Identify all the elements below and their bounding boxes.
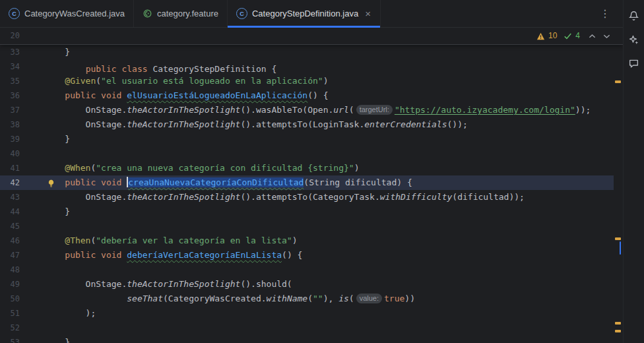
passed-count: 4 bbox=[575, 28, 580, 44]
selected-text: creaUnaNuevaCategoríaConDificultad bbox=[128, 177, 304, 187]
code-line[interactable]: 43 OnStage.theActorInTheSpotlight().atte… bbox=[0, 190, 614, 204]
line-number: 43 bbox=[0, 190, 20, 204]
java-class-icon: C bbox=[236, 8, 247, 19]
error-stripe-mark[interactable] bbox=[615, 322, 621, 325]
line-number: 50 bbox=[0, 292, 20, 306]
code-line[interactable]: 48 bbox=[0, 263, 614, 277]
code-token: } bbox=[44, 337, 70, 343]
code-line[interactable]: 51 ); bbox=[0, 306, 614, 321]
code-token: enterCredentials bbox=[364, 119, 447, 129]
line-number: 34 bbox=[0, 59, 20, 74]
code-line[interactable]: 47 public void deberíaVerLaCategoríaEnLa… bbox=[0, 248, 614, 263]
code-token: theActorInTheSpotlight bbox=[127, 279, 240, 289]
previous-problem-chevron-up-icon[interactable] bbox=[587, 34, 598, 39]
inlay-hint: targetUrl: bbox=[356, 105, 393, 115]
notifications-bell-icon[interactable] bbox=[624, 4, 644, 28]
code-token: @Then bbox=[65, 235, 90, 245]
line-number: 46 bbox=[0, 234, 20, 248]
code-token: ); bbox=[44, 308, 96, 318]
code-token: "" bbox=[313, 294, 323, 303]
code-token: true bbox=[384, 294, 404, 303]
code-token: OnStage. bbox=[44, 119, 127, 129]
line-number: 42 bbox=[0, 175, 20, 190]
code-token bbox=[44, 235, 65, 245]
code-token: ( bbox=[307, 294, 313, 303]
next-problem-chevron-down-icon[interactable] bbox=[601, 34, 612, 39]
error-stripe-mark[interactable] bbox=[615, 237, 621, 240]
code-token: deberíaVerLaCategoríaEnLaLista bbox=[127, 250, 282, 260]
code-token: public bbox=[86, 64, 122, 74]
line-number: 41 bbox=[0, 161, 20, 175]
code-token: () { bbox=[282, 250, 302, 260]
code-token: )) bbox=[404, 294, 415, 303]
tab-options-kebab-icon[interactable]: ⋮ bbox=[596, 6, 615, 21]
code-token: CategoryStepDefinition bbox=[152, 64, 271, 74]
chat-bubble-icon[interactable] bbox=[624, 51, 644, 75]
code-token: class bbox=[121, 64, 152, 74]
code-line[interactable]: 46 @Then("debería ver la categoría en la… bbox=[0, 234, 614, 248]
code-line[interactable]: 39 } bbox=[0, 132, 614, 146]
code-token: ( bbox=[96, 76, 101, 86]
code-token: ( bbox=[349, 294, 354, 303]
code-token: url bbox=[333, 105, 348, 115]
warning-triangle-icon bbox=[536, 32, 545, 40]
code-line[interactable]: 44 } bbox=[0, 204, 614, 219]
inspections-widget[interactable]: 10 4 bbox=[536, 28, 612, 44]
tab-categorystepdefinition-java[interactable]: C CategoryStepDefinition.java × bbox=[228, 0, 381, 27]
code-token: )); bbox=[575, 105, 591, 115]
code-line[interactable]: 33 } bbox=[0, 45, 614, 59]
code-token: ()); bbox=[447, 119, 468, 129]
line-number: 38 bbox=[0, 117, 20, 132]
code-token: void bbox=[101, 177, 127, 187]
error-stripe[interactable] bbox=[614, 28, 623, 343]
code-line[interactable]: 53 } bbox=[0, 335, 614, 343]
code-token: } bbox=[44, 134, 70, 144]
tab-label: category.feature bbox=[157, 9, 218, 18]
code-token: ().should( bbox=[240, 279, 292, 289]
code-token: () { bbox=[307, 90, 328, 100]
code-line[interactable]: 49 OnStage.theActorInTheSpotlight().shou… bbox=[0, 277, 614, 292]
code-token: is bbox=[338, 294, 349, 303]
tab-label: CategoryWasCreated.java bbox=[24, 9, 125, 18]
code-editor[interactable]: 20 public class CategoryStepDefinition {… bbox=[0, 28, 623, 343]
line-number: 48 bbox=[0, 263, 20, 277]
code-line[interactable]: 37 OnStage.theActorInTheSpotlight().wasA… bbox=[0, 103, 614, 117]
line-number: 52 bbox=[0, 321, 20, 335]
close-tab-icon[interactable]: × bbox=[364, 9, 371, 18]
code-token: @When bbox=[65, 163, 90, 173]
ai-assistant-icon[interactable] bbox=[624, 28, 644, 51]
java-class-icon: C bbox=[9, 8, 20, 19]
code-line[interactable]: 50 seeThat(CategoryWasCreated.withName("… bbox=[0, 292, 614, 306]
error-stripe-mark[interactable] bbox=[615, 80, 621, 83]
code-line[interactable]: 40 bbox=[0, 146, 614, 161]
error-stripe-mark[interactable] bbox=[615, 330, 621, 332]
code-token: elUsuarioEstáLogueadoEnLaAplicación bbox=[127, 90, 307, 100]
error-stripe-mark[interactable] bbox=[620, 241, 621, 255]
intention-bulb-icon[interactable] bbox=[47, 178, 56, 187]
code-token bbox=[44, 163, 65, 173]
tab-category-feature[interactable]: category.feature bbox=[134, 0, 228, 27]
code-line[interactable]: 41 @When("crea una nueva categoría con d… bbox=[0, 161, 614, 175]
code-line[interactable]: 45 bbox=[0, 219, 614, 234]
code-token: { bbox=[271, 64, 276, 74]
code-line-current[interactable]: 42 public void creaUnaNuevaCategoríaConD… bbox=[0, 175, 614, 190]
right-tool-stripe bbox=[623, 0, 644, 343]
line-number: 47 bbox=[0, 248, 20, 263]
code-token: theActorInTheSpotlight bbox=[127, 119, 240, 129]
ide-window: C CategoryWasCreated.java category.featu… bbox=[0, 0, 644, 343]
tab-categorywascreated-java[interactable]: C CategoryWasCreated.java bbox=[0, 0, 134, 27]
line-number: 51 bbox=[0, 306, 20, 321]
code-token: void bbox=[101, 250, 127, 260]
editor-pane: C CategoryWasCreated.java category.featu… bbox=[0, 0, 623, 343]
line-number: 36 bbox=[0, 88, 20, 103]
code-line[interactable]: 38 OnStage.theActorInTheSpotlight().atte… bbox=[0, 117, 614, 132]
code-token: "el usuario está logueado en la aplicaci… bbox=[101, 76, 323, 86]
code-token: ), bbox=[323, 294, 338, 303]
code-line[interactable]: 52 bbox=[0, 321, 614, 335]
sticky-header-line[interactable]: 20 public class CategoryStepDefinition {… bbox=[0, 28, 623, 45]
code-line[interactable]: 36 public void elUsuarioEstáLogueadoEnLa… bbox=[0, 88, 614, 103]
line-number: 44 bbox=[0, 204, 20, 219]
code-token: "crea una nueva categoría con dificultad… bbox=[96, 163, 354, 173]
code-token: withDifficulty bbox=[380, 192, 453, 202]
code-token: ().wasAbleTo(Open. bbox=[240, 105, 333, 115]
